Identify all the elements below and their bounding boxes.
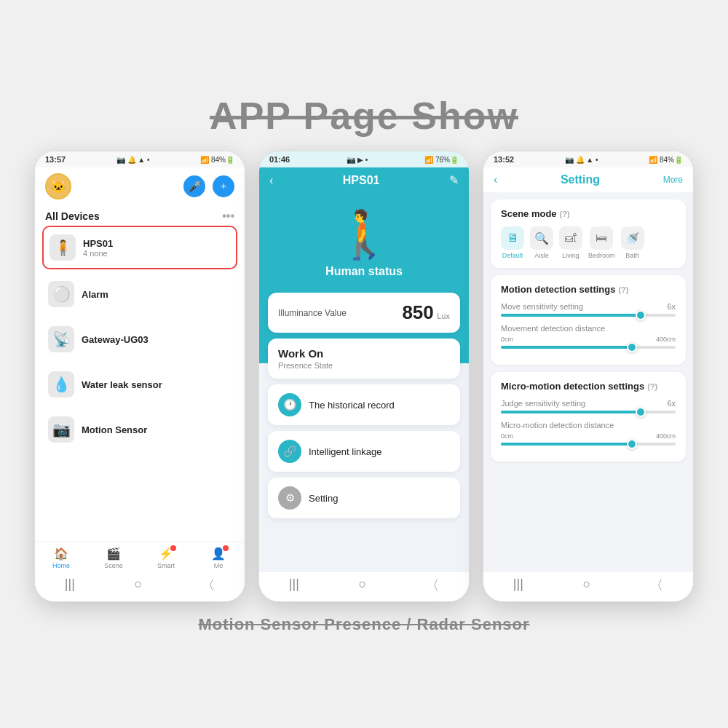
bottom-nav-1: 🏠 Home 🎬 Scene ⚡ Smart 👤 Me [35, 542, 245, 572]
default-icon: 🖥 [501, 226, 524, 250]
help-icon-micro[interactable]: (?) [647, 382, 657, 391]
intelligent-linkage-item[interactable]: 🔗 Intelligent linkage [268, 431, 460, 472]
status-bar-2: 01:46 📷 ▶ • 📶 76%🔋 [259, 151, 469, 167]
avatar: 🐱 [45, 173, 71, 199]
judge-sensitivity-track[interactable] [501, 411, 676, 414]
micro-distance-label: Micro-motion detection distance [501, 421, 676, 430]
micro-distance-range: 0cm 400cm [501, 432, 676, 440]
gateway-info: Gateway-UG03 [82, 334, 149, 345]
setting-item[interactable]: ⚙ Setting [268, 478, 460, 518]
walking-figure-icon: 🚶 [335, 207, 393, 262]
scene-mode-card: Scene mode (?) 🖥 Default 🔍 Aisle 🛋 Livin… [491, 199, 686, 268]
work-on-label: Work On [278, 347, 450, 360]
mic-icon[interactable]: 🎤 [183, 175, 205, 197]
judge-sensitivity-label: Judge sensitivity setting 6x [501, 399, 676, 408]
header-icons: 🎤 ＋ [183, 175, 234, 197]
bedroom-icon: 🛏 [590, 226, 613, 250]
scene-icon: 🎬 [106, 547, 121, 561]
living-label: Living [562, 252, 579, 259]
p2-cards: Illuminance Value 850 Lux Work On Presen… [259, 285, 469, 526]
move-distance-track[interactable] [501, 346, 676, 349]
hps01-sub: 4 none [83, 249, 113, 258]
judge-sensitivity-thumb[interactable] [636, 407, 646, 417]
scene-bath[interactable]: 🚿 Bath [621, 226, 644, 259]
back-icon-2[interactable]: ‹ [269, 174, 273, 187]
p2-header: ‹ HPS01 ✎ [259, 167, 469, 193]
alarm-icon: ⚪ [48, 281, 74, 307]
device-item-water[interactable]: 💧 Water leak sensor [42, 364, 237, 405]
move-sensitivity-value: 6x [667, 302, 676, 311]
nav-scene[interactable]: 🎬 Scene [87, 545, 140, 571]
phone-1: 13:57 📷 🔔 ▲ • 📶 84%🔋 🐱 🎤 ＋ All Devices •… [34, 151, 245, 602]
page-title: APP Page Show [210, 94, 518, 138]
motion-icon: 📷 [48, 416, 74, 443]
p3-header: ‹ Setting More [483, 167, 693, 192]
device-item-alarm[interactable]: ⚪ Alarm [42, 274, 237, 314]
nav-smart[interactable]: ⚡ Smart [140, 545, 192, 571]
p1-header: 🐱 🎤 ＋ [35, 167, 245, 205]
device-item-gateway[interactable]: 📡 Gateway-UG03 [42, 319, 237, 360]
move-distance-fill [501, 346, 632, 349]
p2-hero: 🚶 Human status [259, 193, 469, 285]
battery-2: 📶 76%🔋 [424, 156, 459, 164]
bar3-back: 〈 [650, 577, 663, 594]
micro-distance-track[interactable] [501, 443, 676, 446]
scene-bedroom[interactable]: 🛏 Bedroom [588, 226, 615, 259]
bottom-bar-2: ||| ○ 〈 [259, 572, 469, 601]
move-sensitivity-section: Move sensitivity setting 6x [501, 302, 676, 317]
gateway-name: Gateway-UG03 [82, 334, 149, 345]
linkage-icon: 🔗 [278, 440, 301, 463]
bar3-lines: ||| [513, 577, 523, 594]
bar2-back: 〈 [426, 577, 439, 594]
move-sensitivity-track[interactable] [501, 314, 676, 317]
add-icon[interactable]: ＋ [213, 175, 234, 197]
linkage-label: Intelligent linkage [309, 446, 381, 457]
device-item-motion[interactable]: 📷 Motion Sensor [42, 409, 237, 450]
presence-state-label: Presence State [278, 361, 450, 370]
bar2-lines: ||| [289, 577, 299, 594]
judge-sensitivity-section: Judge sensitivity setting 6x [501, 399, 676, 414]
gateway-icon: 📡 [48, 326, 74, 352]
status-bar-3: 13:52 📷 🔔 ▲ • 📶 84%🔋 [483, 151, 693, 167]
aisle-label: Aisle [534, 252, 549, 259]
icons-2: 📷 ▶ • [347, 156, 368, 164]
device-item-hps01[interactable]: 🧍 HPS01 4 none [42, 226, 237, 269]
micro-distance-thumb[interactable] [627, 439, 637, 449]
scene-aisle[interactable]: 🔍 Aisle [530, 226, 553, 259]
help-icon-scene[interactable]: (?) [560, 210, 570, 218]
help-icon-motion[interactable]: (?) [618, 285, 628, 294]
move-sensitivity-thumb[interactable] [636, 310, 646, 320]
all-devices-section: All Devices ••• [35, 205, 245, 226]
nav-home[interactable]: 🏠 Home [35, 545, 87, 571]
motion-name: Motion Sensor [82, 424, 147, 435]
time-1: 13:57 [45, 155, 66, 164]
more-label[interactable]: More [663, 175, 683, 185]
hps01-icon: 🧍 [50, 234, 76, 261]
aisle-icon: 🔍 [530, 226, 553, 250]
move-distance-thumb[interactable] [627, 342, 637, 352]
nav-me[interactable]: 👤 Me [192, 545, 245, 571]
battery-1: 📶 84%🔋 [200, 156, 234, 164]
home-icon: 🏠 [54, 547, 68, 561]
p2-title: HPS01 [343, 174, 380, 187]
hps01-name: HPS01 [83, 238, 113, 249]
move-distance-range: 0cm 400cm [501, 336, 676, 343]
bath-icon: 🚿 [621, 226, 644, 250]
page-bottom-text: Motion Sensor Presence / Radar Sensor [198, 615, 529, 634]
move-distance-label: Movement detection distance [501, 324, 676, 333]
living-icon: 🛋 [559, 226, 582, 250]
edit-icon-2[interactable]: ✎ [449, 173, 459, 187]
scene-default[interactable]: 🖥 Default [501, 226, 524, 259]
historical-record-item[interactable]: 🕐 The historical record [268, 384, 460, 425]
scene-mode-title: Scene mode (?) [501, 208, 676, 219]
p2-body: 🚶 Human status Illuminance Value 850 Lux [259, 193, 469, 572]
status-bar-1: 13:57 📷 🔔 ▲ • 📶 84%🔋 [35, 151, 245, 167]
bar-circle-icon: ○ [135, 577, 143, 594]
motion-title: Motion detection settings (?) [501, 284, 676, 295]
phone-2: 01:46 📷 ▶ • 📶 76%🔋 ‹ HPS01 ✎ 🚶 Human sta… [258, 151, 470, 602]
device-list: 🧍 HPS01 4 none ⚪ Alarm 📡 Gateway-UG03 [35, 226, 245, 542]
micro-distance-section: Micro-motion detection distance 0cm 400c… [501, 421, 676, 446]
scene-living[interactable]: 🛋 Living [559, 226, 582, 259]
more-dots[interactable]: ••• [222, 210, 234, 223]
micro-title: Micro-motion detection settings (?) [501, 381, 676, 392]
